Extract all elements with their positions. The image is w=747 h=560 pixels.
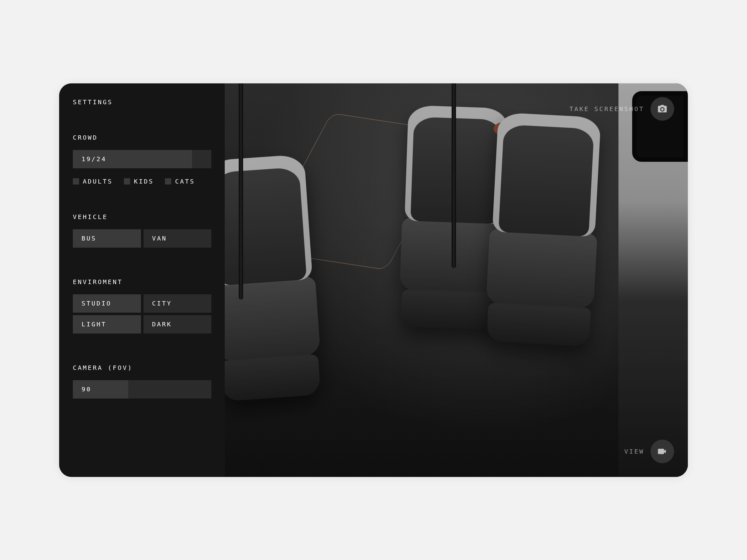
viewport-scene [225,83,688,477]
camera-icon [650,97,674,121]
section-crowd: CROWD 19/24 ADULTS KIDS CATS [73,134,211,185]
crowd-value-text: 19/24 [73,155,106,163]
take-screenshot-label: TAKE SCREENSHOT [569,105,644,113]
view-label: VIEW [624,448,644,455]
checkbox-adults[interactable]: ADULTS [73,178,113,185]
environment-toggle-group: STUDIO CITY LIGHT DARK [73,294,211,334]
vehicle-option-van[interactable]: VAN [144,229,212,248]
checkbox-kids-label: KIDS [134,178,154,185]
env-option-light[interactable]: LIGHT [73,315,141,334]
viewport-3d[interactable]: TAKE SCREENSHOT VIEW [225,83,688,477]
section-environment: ENVIROMENT STUDIO CITY LIGHT DARK [73,278,211,336]
camera-fov-slider[interactable]: 90 [73,380,211,399]
env-option-city[interactable]: CITY [144,294,212,313]
scene-dim-overlay [225,83,688,477]
app-window: SETTINGS CROWD 19/24 ADULTS KIDS CATS [59,83,688,477]
video-camera-icon [650,439,674,463]
camera-fov-value-text: 90 [73,385,92,393]
checkbox-cats[interactable]: CATS [165,178,195,185]
settings-title: SETTINGS [73,98,211,106]
environment-label: ENVIROMENT [73,278,211,286]
take-screenshot-button[interactable]: TAKE SCREENSHOT [569,97,674,121]
env-option-studio[interactable]: STUDIO [73,294,141,313]
checkbox-box-icon [124,178,130,185]
vehicle-option-bus[interactable]: BUS [73,229,141,248]
checkbox-box-icon [165,178,171,185]
section-camera: CAMERA (FOV) 90 [73,364,211,399]
section-vehicle: VEHICLE BUS VAN [73,213,211,250]
vehicle-toggle-group: BUS VAN [73,229,211,248]
camera-label: CAMERA (FOV) [73,364,211,371]
settings-sidebar: SETTINGS CROWD 19/24 ADULTS KIDS CATS [59,83,225,477]
env-option-dark[interactable]: DARK [144,315,212,334]
crowd-label: CROWD [73,134,211,141]
checkbox-kids[interactable]: KIDS [124,178,154,185]
vehicle-label: VEHICLE [73,213,211,220]
view-button[interactable]: VIEW [624,439,674,463]
crowd-checkbox-row: ADULTS KIDS CATS [73,178,211,185]
checkbox-adults-label: ADULTS [83,178,113,185]
checkbox-box-icon [73,178,79,185]
checkbox-cats-label: CATS [175,178,195,185]
crowd-slider[interactable]: 19/24 [73,150,211,168]
